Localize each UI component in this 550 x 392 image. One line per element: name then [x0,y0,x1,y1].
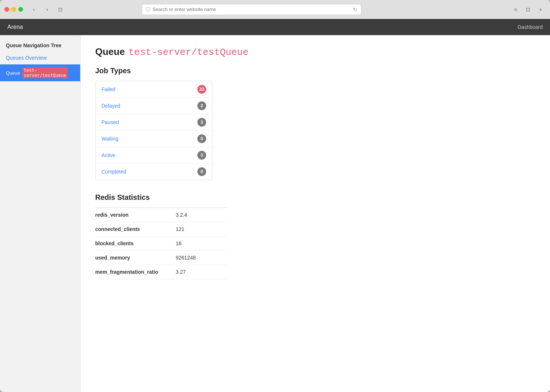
address-bar: ⓘ ↻ [142,4,361,15]
redis-stat-version: redis_version 3.2.4 [95,208,227,222]
job-type-name-failed: Failed [101,86,115,92]
page-label: Queue [95,46,125,57]
sidebar: Queue Navigation Tree Queues Overview Qu… [0,35,81,392]
job-type-delayed[interactable]: Delayed 2 [96,98,212,114]
job-type-waiting[interactable]: Waiting 0 [96,131,212,147]
job-type-count-failed: 22 [197,85,206,94]
redis-stat-value-fragmentation: 3.27 [176,269,186,275]
redis-stat-value-blocked: 16 [176,240,182,246]
add-tab-button[interactable]: + [535,4,546,15]
dashboard-link[interactable]: Dashboard [518,24,543,30]
address-input[interactable] [153,7,351,12]
redis-stat-key-version: redis_version [95,212,176,218]
forward-button[interactable]: › [42,4,52,15]
job-type-count-paused: 3 [197,118,206,127]
job-type-failed[interactable]: Failed 22 [96,81,212,98]
redis-stat-key-fragmentation: mem_fragmentation_ratio [95,269,176,275]
job-type-name-active: Active [101,152,115,158]
back-button[interactable]: ‹ [29,4,39,15]
redis-stat-connected: connected_clients 121 [95,222,227,236]
traffic-lights [4,7,23,12]
sidebar-queue-name: test-server/testQueue [22,67,68,78]
tabs-button[interactable]: ⊡ [523,4,533,15]
sidebar-title: Queue Navigation Tree [0,42,80,53]
redis-stat-key-blocked: blocked_clients [95,240,176,246]
job-type-count-completed: 0 [197,167,206,176]
queue-name-heading: test-server/testQueue [129,47,249,58]
sidebar-queue-label: Queue [6,70,20,76]
redis-stat-blocked: blocked_clients 16 [95,236,227,251]
redis-stat-memory: used_memory 9261248 [95,251,227,265]
redis-stat-fragmentation: mem_fragmentation_ratio 3.27 [95,265,227,279]
job-type-completed[interactable]: Completed 0 [96,164,212,180]
redis-stat-value-version: 3.2.4 [176,212,187,218]
job-type-count-delayed: 2 [197,101,206,110]
redis-stat-key-memory: used_memory [95,255,176,261]
job-types-table: Failed 22 Delayed 2 Paused 3 Waiting 0 [95,81,212,180]
redis-stats-table: redis_version 3.2.4 connected_clients 12… [95,208,227,279]
app-title: Arena [7,24,23,30]
browser-window: ‹ › ⊡ ⓘ ↻ ⎋ ⊡ + Arena Dashboard Queue Na… [0,0,550,392]
minimize-button[interactable] [11,7,16,12]
info-icon: ⓘ [146,6,150,13]
job-type-paused[interactable]: Paused 3 [96,114,212,131]
job-type-count-active: 3 [197,151,206,160]
job-type-name-waiting: Waiting [101,136,118,142]
job-types-section-title: Job Types [95,67,535,75]
close-button[interactable] [4,7,9,12]
job-type-name-delayed: Delayed [101,103,120,109]
share-button[interactable]: ⎋ [510,4,521,15]
page-header: Queue test-server/testQueue [95,46,535,58]
redis-stat-key-connected: connected_clients [95,226,176,232]
redis-section-title: Redis Statistics [95,193,535,202]
redis-stat-value-memory: 9261248 [176,255,196,261]
main-layout: Queue Navigation Tree Queues Overview Qu… [0,35,550,392]
job-type-active[interactable]: Active 3 [96,147,212,164]
reader-button[interactable]: ⊡ [55,4,66,15]
maximize-button[interactable] [18,7,23,12]
job-type-name-paused: Paused [101,119,119,125]
browser-titlebar: ‹ › ⊡ ⓘ ↻ ⎋ ⊡ + [0,0,550,19]
queues-overview-link[interactable]: Queues Overview [0,53,80,63]
job-type-count-waiting: 0 [197,134,206,143]
redis-stat-value-connected: 121 [176,226,184,232]
refresh-button[interactable]: ↻ [353,7,357,12]
job-type-name-completed: Completed [101,169,126,175]
sidebar-queue-item[interactable]: Queue test-server/testQueue [0,64,80,81]
main-content: Queue test-server/testQueue Job Types Fa… [81,35,550,392]
toolbar-right: ⎋ ⊡ + [510,4,546,15]
app-bar: Arena Dashboard [0,19,550,35]
